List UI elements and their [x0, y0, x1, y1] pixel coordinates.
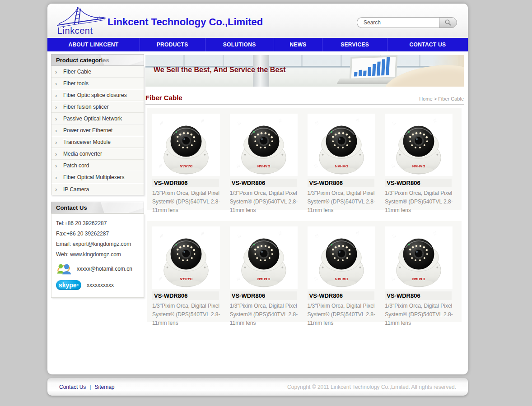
product-name[interactable]: VS-WDR806: [230, 291, 297, 300]
product-image[interactable]: /// /// /// ///: [308, 226, 375, 289]
svg-text:///: ///: [433, 118, 438, 124]
msn-address: xxxxx@hotamil.com.cn: [77, 266, 132, 272]
sidebar-category-item[interactable]: › IP Camera: [51, 183, 144, 195]
product-card: /// /// /// ///: [149, 226, 227, 328]
dome-camera-image: /// /// /// ///: [152, 114, 220, 176]
category-label: Power over Ethernet: [63, 127, 112, 134]
search-input[interactable]: [357, 17, 439, 28]
product-description: 1/3"Pixim Orca, Digital Pixel System® (D…: [308, 302, 376, 328]
product-card: /// /// /// ///: [305, 226, 383, 328]
nav-item[interactable]: CONTACT US: [387, 38, 468, 51]
category-label: Fiber Cable: [63, 69, 91, 75]
nav-item[interactable]: SOLUTIONS: [205, 38, 274, 51]
breadcrumb-separator: >: [434, 96, 437, 102]
svg-text:///: ///: [391, 163, 396, 169]
sidebar-category-item[interactable]: › Transceiver Module: [51, 136, 144, 148]
header: Linkcent Linkcent Technology Co.,Limited: [47, 4, 468, 38]
breadcrumb-home[interactable]: Home: [419, 96, 432, 102]
camera-brand-text: DAHAN: [179, 277, 192, 281]
sidebar-category-item[interactable]: › Fiber Optical Multiplexers: [51, 171, 144, 183]
logo-text: Linkcent: [57, 26, 93, 36]
nav-item[interactable]: ABOUT LINKCENT: [47, 38, 140, 51]
svg-text:///: ///: [200, 231, 205, 236]
category-label: Passive Optical Network: [63, 115, 122, 122]
product-card: /// /// /// ///: [227, 113, 305, 215]
product-row-1: /// /// /// ///: [147, 108, 462, 210]
msn-messenger-icon: [56, 262, 71, 276]
category-label: Transceiver Module: [63, 139, 111, 145]
product-image[interactable]: /// /// /// ///: [230, 114, 298, 176]
footer-links: Contact Us | Sitemap: [59, 384, 115, 390]
product-image[interactable]: /// /// /// ///: [385, 114, 453, 176]
product-name[interactable]: VS-WDR806: [152, 179, 219, 187]
company-logo[interactable]: Linkcent: [54, 5, 108, 37]
product-image[interactable]: /// /// /// ///: [230, 226, 298, 289]
camera-brand-text: DAHAN: [257, 164, 270, 168]
product-description: 1/3"Pixim Orca, Digital Pixel System® (D…: [385, 189, 453, 215]
search-icon: [444, 19, 452, 26]
company-name: Linkcent Technology Co.,Limited: [107, 16, 263, 28]
main-nav: ABOUT LINKCENT PRODUCTS SOLUTIONS NEWS S…: [47, 38, 468, 51]
product-name[interactable]: VS-WDR806: [152, 291, 219, 300]
sidebar-category-item[interactable]: › Patch cord: [51, 160, 144, 171]
contact-panel: Contact Us Tel:+86 20 39262287 Fax:+86 2…: [51, 202, 144, 298]
product-description: 1/3"Pixim Orca, Digital Pixel System® (D…: [230, 189, 299, 215]
product-name[interactable]: VS-WDR806: [230, 179, 297, 187]
product-name[interactable]: VS-WDR806: [385, 291, 452, 300]
product-name[interactable]: VS-WDR806: [308, 291, 374, 300]
camera-brand-text: DAHAN: [412, 164, 425, 168]
page-title-row: Fiber Cable Home > Fiber Cable: [145, 92, 464, 105]
sidebar-category-item[interactable]: › Fiber Optic splice closures: [51, 89, 144, 101]
chevron-right-icon: ›: [55, 127, 63, 134]
sidebar-category-item[interactable]: › Fiber fusion splicer: [51, 101, 144, 113]
nav-item[interactable]: PRODUCTS: [140, 38, 205, 51]
category-label: IP Camera: [63, 186, 89, 193]
product-categories-header: Product categories: [51, 54, 144, 66]
skype-id: xxxxxxxxxx: [87, 282, 114, 288]
chevron-right-icon: ›: [55, 162, 63, 169]
product-image[interactable]: /// /// /// ///: [152, 114, 220, 176]
nav-item[interactable]: NEWS: [274, 38, 322, 51]
product-description: 1/3"Pixim Orca, Digital Pixel System® (D…: [308, 189, 376, 215]
product-image[interactable]: /// /// /// ///: [385, 226, 453, 289]
product-name[interactable]: VS-WDR806: [308, 179, 374, 187]
svg-text:///: ///: [392, 233, 397, 239]
product-name[interactable]: VS-WDR806: [385, 179, 452, 187]
banner-laptop-chart: [350, 55, 398, 80]
search-button[interactable]: [439, 17, 457, 28]
category-label: Fiber Optic splice closures: [63, 92, 127, 98]
product-image[interactable]: /// /// /// ///: [152, 226, 220, 289]
svg-text:///: ///: [355, 118, 360, 124]
product-image[interactable]: /// /// /// ///: [308, 114, 375, 176]
camera-brand-text: DAHAN: [335, 277, 348, 281]
footer-sitemap-link[interactable]: Sitemap: [94, 384, 114, 390]
footer: Contact Us | Sitemap Copyright © 2011 Li…: [47, 378, 468, 396]
search-bar: [357, 17, 457, 28]
hero-banner: We Sell the Best, And Service the Best: [145, 55, 464, 87]
footer-contact-us-link[interactable]: Contact Us: [59, 384, 86, 390]
breadcrumb: Home > Fiber Cable: [419, 96, 464, 102]
dome-camera-image: /// /// /// ///: [230, 226, 298, 289]
category-label: Media converter: [63, 151, 102, 157]
svg-text:///: ///: [237, 233, 242, 239]
dome-camera-image: /// /// /// ///: [308, 226, 375, 289]
nav-item-label: PRODUCTS: [157, 42, 188, 48]
contact-line: Tel:+86 20 39262287: [56, 220, 139, 226]
sidebar-category-item[interactable]: › Passive Optical Network: [51, 113, 144, 125]
product-card: /// /// /// ///: [305, 113, 383, 215]
camera-brand-text: DAHAN: [412, 277, 425, 281]
sidebar-category-item[interactable]: › Fiber tools: [51, 78, 144, 89]
sidebar-category-item[interactable]: › Power over Ethernet: [51, 125, 144, 136]
nav-item[interactable]: SERVICES: [322, 38, 387, 51]
svg-text:///: ///: [159, 233, 164, 239]
sidebar-category-item[interactable]: › Fiber Cable: [51, 66, 144, 78]
chevron-right-icon: ›: [55, 115, 63, 122]
svg-text:///: ///: [200, 118, 205, 124]
footer-link-separator: |: [89, 384, 91, 390]
svg-text:///: ///: [158, 276, 163, 281]
category-list: › Fiber Cable › Fiber tools › Fiber Opti…: [51, 66, 144, 195]
sidebar-category-item[interactable]: › Media converter: [51, 148, 144, 160]
dome-camera-image: /// /// /// ///: [152, 226, 220, 289]
product-description: 1/3"Pixim Orca, Digital Pixel System® (D…: [230, 302, 299, 328]
chevron-right-icon: ›: [55, 174, 63, 181]
